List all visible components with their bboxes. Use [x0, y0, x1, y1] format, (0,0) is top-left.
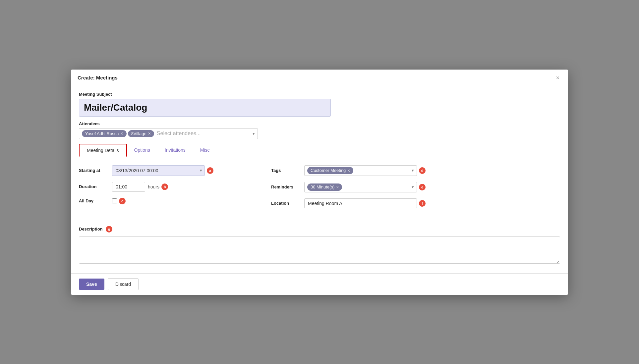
description-section: Description g [79, 221, 560, 265]
starting-at-input[interactable] [112, 165, 205, 176]
form-section: Starting at ▾ a Duration hours b [79, 157, 560, 218]
location-badge: f [419, 200, 426, 207]
tab-invitations[interactable]: Invitations [157, 144, 193, 157]
reminders-input[interactable]: 30 Minute(s) × ▾ [304, 182, 417, 192]
allday-wrap [112, 198, 117, 203]
tags-label: Tags [271, 168, 304, 173]
starting-at-row: Starting at ▾ a [79, 165, 251, 176]
modal-header: Create: Meetings × [71, 70, 568, 85]
modal-footer: Save Discard [71, 273, 568, 295]
tab-misc[interactable]: Misc [193, 144, 217, 157]
remove-tag-30min[interactable]: × [336, 184, 339, 190]
attendee-tag-8village: 8Village × [128, 130, 154, 137]
tag-30min: 30 Minute(s) × [307, 183, 342, 191]
duration-input[interactable] [112, 182, 145, 192]
tags-row: Tags Customer Meeting × ▾ d [271, 165, 560, 176]
discard-button[interactable]: Discard [108, 278, 139, 290]
subject-label: Meeting Subject [79, 92, 560, 97]
allday-badge: c [119, 198, 126, 204]
duration-row: Duration hours b [79, 182, 251, 192]
save-button[interactable]: Save [79, 279, 104, 290]
description-textarea[interactable] [79, 236, 560, 264]
remove-tag-customer-meeting[interactable]: × [347, 168, 350, 173]
attendee-tag-8village-name: 8Village [131, 131, 146, 136]
description-label: Description g [79, 226, 560, 233]
form-left: Starting at ▾ a Duration hours b [79, 165, 251, 214]
starting-at-label: Starting at [79, 168, 112, 173]
duration-wrap: hours [112, 182, 159, 192]
attendees-input[interactable]: Yosef Adhi Rossa × 8Village × Select att… [79, 128, 258, 139]
modal-body: Meeting Subject Attendees Yosef Adhi Ros… [71, 85, 568, 270]
remove-attendee-yosef[interactable]: × [120, 131, 123, 136]
location-row: Location f [271, 198, 560, 208]
reminders-dropdown-arrow-icon[interactable]: ▾ [412, 184, 414, 189]
tab-options[interactable]: Options [127, 144, 157, 157]
location-label: Location [271, 201, 304, 206]
duration-label: Duration [79, 184, 112, 189]
tag-customer-meeting-label: Customer Meeting [311, 168, 346, 173]
tags-dropdown-arrow-icon[interactable]: ▾ [412, 168, 414, 173]
attendee-tag-yosef-name: Yosef Adhi Rossa [85, 131, 119, 136]
tag-30min-label: 30 Minute(s) [311, 184, 334, 189]
subject-input[interactable] [79, 99, 331, 117]
allday-row: All Day c [79, 198, 251, 204]
attendees-section: Attendees Yosef Adhi Rossa × 8Village × … [79, 121, 560, 139]
description-badge: g [106, 226, 112, 233]
modal-title: Create: Meetings [78, 75, 118, 80]
duration-badge: b [161, 183, 168, 190]
starting-at-badge: a [207, 167, 213, 174]
hours-label: hours [148, 184, 159, 189]
starting-at-input-wrap: ▾ [112, 165, 205, 176]
form-right: Tags Customer Meeting × ▾ d Reminders [271, 165, 560, 214]
allday-checkbox[interactable] [112, 198, 117, 203]
reminders-row: Reminders 30 Minute(s) × ▾ e [271, 182, 560, 192]
tab-meeting-details[interactable]: Meeting Details [79, 144, 127, 157]
attendee-tag-yosef: Yosef Adhi Rossa × [82, 130, 127, 137]
tag-customer-meeting: Customer Meeting × [307, 167, 353, 174]
tags-badge: d [419, 167, 426, 174]
modal-dialog: Create: Meetings × Meeting Subject Atten… [71, 70, 568, 295]
tabs-row: Meeting Details Options Invitations Misc [71, 144, 568, 157]
attendees-placeholder: Select attendees... [155, 130, 251, 136]
close-button[interactable]: × [554, 74, 561, 81]
attendees-label: Attendees [79, 121, 560, 126]
reminders-label: Reminders [271, 184, 304, 189]
allday-label: All Day [79, 198, 112, 203]
remove-attendee-8village[interactable]: × [148, 131, 151, 136]
reminders-badge: e [419, 184, 426, 190]
location-input[interactable] [304, 198, 417, 208]
tags-input[interactable]: Customer Meeting × ▾ [304, 165, 417, 176]
attendees-dropdown-arrow-icon[interactable]: ▾ [253, 131, 255, 136]
